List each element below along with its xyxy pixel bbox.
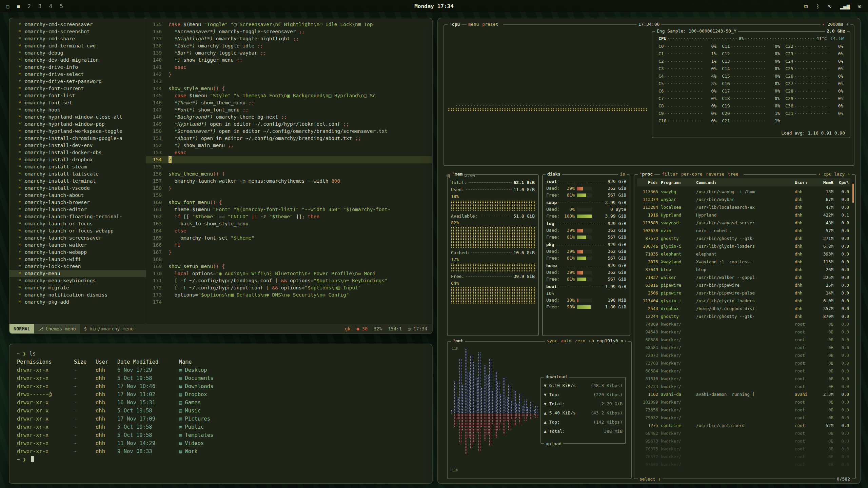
process-row[interactable]: 73703kworker/root0B0.0 [637, 359, 850, 367]
code-line[interactable]: 148 *Background*) omarchy-theme-bg-next … [146, 114, 432, 121]
process-row[interactable]: 68583kworker/root0B0.0 [637, 344, 850, 351]
option-menu[interactable]: menu [468, 22, 479, 27]
code-line[interactable]: 140 *) show_trigger_menu ;; [146, 57, 432, 64]
meter-icon[interactable]: ▂▄▆ [840, 3, 850, 9]
folder-name[interactable]: Dropbox [185, 391, 207, 398]
process-row[interactable]: 87649btopbtopdhh26M0.0 [637, 266, 850, 273]
folder-name[interactable]: Templates [185, 432, 213, 438]
tree-item[interactable]: *omarchy-install-steam [9, 163, 146, 170]
option-auto[interactable]: auto [561, 338, 571, 343]
tree-item[interactable]: *omarchy-launch-webapp [9, 249, 146, 256]
process-row[interactable]: 76577kworker/root0B0.0 [637, 453, 850, 461]
code-line[interactable]: 135case $(menu "Toggle" "▢ Screensaver\n… [146, 21, 432, 28]
code-line[interactable]: 171 [ -f ~/.config/hypr/bindings.conf ] … [146, 277, 432, 284]
workspace-5[interactable]: 5 [60, 3, 63, 9]
folder-name[interactable]: Work [185, 448, 197, 454]
proc-header-program[interactable]: Program: [661, 180, 696, 185]
code-line[interactable]: 141 esac [146, 64, 432, 71]
tree-item[interactable]: *omarchy-install-chromium-google-a [9, 135, 146, 142]
code-line[interactable]: 158} [146, 185, 432, 192]
code-line[interactable]: 156show_theme_menu() { [146, 170, 432, 178]
code-line[interactable]: 166 fi [146, 242, 432, 249]
file-tree[interactable]: *omarchy-cmd-screensaver*omarchy-cmd-scr… [9, 18, 146, 324]
prompt-line-2[interactable]: ~❯ [17, 455, 425, 464]
tree-item[interactable]: *omarchy-launch-about [9, 192, 146, 199]
bluetooth-icon[interactable]: ᛒ [816, 3, 819, 9]
code-line[interactable]: 138 *Idle*) omarchy-toggle-idle ;; [146, 42, 432, 49]
proc-header-cpu[interactable]: Cpu% [833, 180, 850, 185]
process-row[interactable]: 63816pipewire/usr/bin/pipewiredhh25M0.0 [637, 281, 850, 289]
proc-header-memb[interactable]: MemB [814, 180, 833, 185]
tree-item[interactable]: *omarchy-font-current [9, 85, 146, 92]
tree-item[interactable]: *omarchy-launch-screensaver [9, 235, 146, 242]
code-line[interactable]: 150 *Screensaver*) open_in_editor ~/.con… [146, 128, 432, 135]
tree-item[interactable]: *omarchy-launch-editor [9, 206, 146, 213]
code-line[interactable]: 168 [146, 256, 432, 263]
active-workspace-icon[interactable]: ◼ [17, 3, 20, 9]
process-scrollbar[interactable] [852, 184, 854, 203]
tree-item[interactable]: *omarchy-install-dev-env [9, 142, 146, 149]
tree-item[interactable]: *omarchy-launch-floating-terminal- [9, 213, 146, 220]
launcher-icon[interactable]: ❏ [6, 3, 9, 9]
interval-minus-button[interactable]: - [822, 22, 825, 27]
tree-item[interactable]: *omarchy-install-dropbox [9, 156, 146, 163]
process-row[interactable]: 87573ghostty/usr/bin/ghostty --gtk-dhh37… [637, 235, 850, 242]
folder-name[interactable]: Videos [185, 440, 204, 446]
process-row[interactable]: 113404glycin-i/usr/lib/glycin-loadersdhh… [637, 297, 850, 305]
code-line[interactable]: 169show_setup_menu() { [146, 263, 432, 270]
process-row[interactable]: 2544dropbox/home/dhh/.dropbox-distdhh357… [637, 305, 850, 312]
code-line[interactable]: 151 *About*) open_in_editor ~/.config/om… [146, 135, 432, 142]
process-row[interactable]: 102638nvimnvim --embed .dhh57M0.0 [637, 227, 850, 235]
folder-name[interactable]: Pictures [185, 416, 210, 422]
proc-header-command[interactable]: Command: [696, 180, 795, 185]
tree-item[interactable]: *omarchy-drive-info [9, 64, 146, 71]
code-line[interactable]: 142} [146, 71, 432, 78]
code-line[interactable]: 173 options="$options\n▦ Defaults\n✱ DNS… [146, 291, 432, 299]
proc-header-user[interactable]: User: [795, 180, 814, 185]
tree-item[interactable]: *omarchy-install-tailscale [9, 170, 146, 178]
tree-item[interactable]: *omarchy-hyprland-window-pop [9, 121, 146, 128]
code-line[interactable]: 154} [146, 156, 432, 163]
code-line[interactable]: 139 *Bar*) omarchy-toggle-waybar ;; [146, 49, 432, 57]
process-row[interactable]: 71835elephantelephantdhh393M0.0 [637, 250, 850, 258]
process-row[interactable]: 74869kworker/root0B0.0 [637, 320, 850, 328]
folder-name[interactable]: Desktop [185, 367, 207, 373]
tree-item[interactable]: *omarchy-drive-select [9, 71, 146, 78]
tree-item[interactable]: *omarchy-launch-wifi [9, 256, 146, 263]
option-per-core[interactable]: per-core [681, 171, 703, 177]
process-table-header[interactable]: Pid:Program:Command:User:MemBCpu% [637, 178, 850, 186]
code-line[interactable]: 143 [146, 78, 432, 85]
tree-item[interactable]: *omarchy-notification-dismiss [9, 291, 146, 299]
code-line[interactable]: 170 local options="◉ Audio\n≈ Wifi\nᛒ Bl… [146, 270, 432, 277]
code-line[interactable]: 137 *Nightlight*) omarchy-toggle-nightli… [146, 35, 432, 42]
tree-item[interactable]: *omarchy-debug [9, 49, 146, 57]
tree-item[interactable]: *omarchy-launch-walker [9, 242, 146, 249]
process-row[interactable]: 113365swaybg/usr/bin/swaybg -i /homdhh13… [637, 188, 850, 196]
code-line[interactable]: 155 [146, 163, 432, 170]
process-row[interactable]: 97680kworker/root0B0.0 [637, 461, 850, 468]
tree-item[interactable]: *omarchy-hook [9, 106, 146, 114]
proc-footer-select[interactable]: select ↓ [638, 476, 663, 482]
tree-item[interactable]: *omarchy-cmd-screenshot [9, 28, 146, 35]
code-line[interactable]: 167} [146, 249, 432, 256]
tree-item[interactable]: *omarchy-launch-browser [9, 199, 146, 206]
option-zero[interactable]: zero [575, 338, 585, 343]
option-reverse[interactable]: reverse [706, 171, 725, 177]
folder-name[interactable]: Downloads [185, 383, 213, 389]
tree-item[interactable]: *omarchy-lock-screen [9, 263, 146, 270]
process-row[interactable]: 113383swayosd-/usr/bin/swayosd-serverdhh… [637, 219, 850, 227]
code-line[interactable]: 152 *) show_main_menu ;; [146, 142, 432, 149]
tree-item[interactable]: *omarchy-font-list [9, 92, 146, 99]
process-row[interactable]: 68584kworker/root0B0.0 [637, 367, 850, 375]
process-row[interactable]: 74733kworker/root0B0.0 [637, 383, 850, 390]
code-line[interactable]: 146 *Theme*) show_theme_menu ;; [146, 99, 432, 106]
code-line[interactable]: 157 omarchy-launch-walker -m menus:omarc… [146, 178, 432, 185]
proc-box-options[interactable]: filterper-corereversetree [660, 171, 744, 177]
process-row[interactable]: 68586kworker/root0B0.0 [637, 336, 850, 344]
option-sync[interactable]: sync [547, 338, 557, 343]
interval-plus-button[interactable]: + [846, 22, 849, 27]
code-line[interactable]: 161 theme=$(menu "Font" "$(omarchy-font-… [146, 206, 432, 213]
io-toggle[interactable]: io [618, 171, 627, 177]
activity-icon[interactable]: ∿ [827, 3, 832, 9]
tree-item[interactable]: *omarchy-hyprland-workspace-toggle [9, 128, 146, 135]
